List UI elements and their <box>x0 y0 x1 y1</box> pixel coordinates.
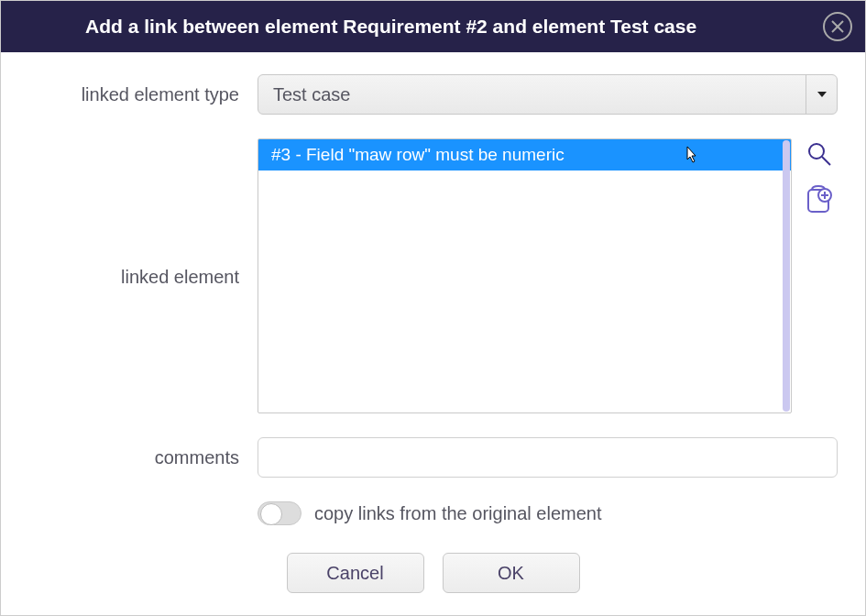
cursor-icon <box>683 145 699 170</box>
button-row: Cancel OK <box>28 553 838 593</box>
listbox-side-icons <box>801 138 838 214</box>
svg-point-2 <box>809 144 824 159</box>
svg-line-3 <box>822 157 830 165</box>
add-link-dialog: Add a link between element Requirement #… <box>0 0 866 616</box>
label-linked-element: linked element <box>28 138 258 288</box>
chevron-down-icon <box>806 75 837 114</box>
label-comments: comments <box>28 447 258 468</box>
close-icon <box>830 19 845 34</box>
list-scrollbar[interactable] <box>783 140 790 412</box>
search-icon[interactable] <box>806 140 833 168</box>
list-item-text: #3 - Field "maw row" must be numeric <box>271 145 565 165</box>
dialog-body: linked element type Test case linked ele… <box>1 52 865 615</box>
comments-input[interactable] <box>258 437 838 478</box>
cancel-button[interactable]: Cancel <box>287 553 424 593</box>
select-value: Test case <box>258 84 806 105</box>
copy-links-toggle[interactable] <box>258 501 301 525</box>
dialog-title: Add a link between element Requirement #… <box>21 16 845 38</box>
list-item[interactable]: #3 - Field "maw row" must be numeric <box>258 139 791 170</box>
add-element-icon[interactable] <box>806 184 833 214</box>
linked-element-type-select[interactable]: Test case <box>258 74 838 115</box>
linked-element-listbox[interactable]: #3 - Field "maw row" must be numeric <box>258 138 792 413</box>
label-copy-links: copy links from the original element <box>314 503 601 524</box>
ok-button[interactable]: OK <box>443 553 580 593</box>
row-type: linked element type Test case <box>28 74 838 115</box>
row-comments: comments <box>28 437 838 478</box>
label-linked-element-type: linked element type <box>28 84 258 105</box>
titlebar: Add a link between element Requirement #… <box>1 1 865 52</box>
close-button[interactable] <box>823 12 852 41</box>
row-linked-element: linked element #3 - Field "maw row" must… <box>28 138 838 413</box>
row-copy-links: copy links from the original element <box>258 501 838 525</box>
